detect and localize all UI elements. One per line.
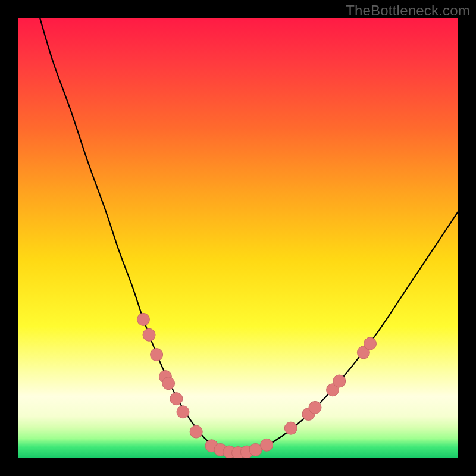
data-marker — [170, 393, 183, 405]
data-marker — [333, 375, 346, 387]
chart-svg — [18, 18, 458, 458]
data-marker — [249, 443, 262, 456]
data-marker — [364, 337, 377, 350]
plot-area — [18, 18, 458, 458]
gradient-background — [18, 18, 458, 458]
data-marker — [190, 425, 202, 438]
data-marker — [137, 313, 149, 325]
data-marker — [309, 401, 321, 414]
data-marker — [177, 406, 189, 418]
data-marker — [284, 422, 297, 434]
watermark-text: TheBottleneck.com — [346, 2, 470, 19]
data-marker — [143, 328, 155, 341]
data-marker — [151, 349, 163, 361]
data-marker — [261, 439, 273, 451]
data-marker — [162, 377, 175, 390]
chart-frame: TheBottleneck.com — [0, 0, 476, 476]
